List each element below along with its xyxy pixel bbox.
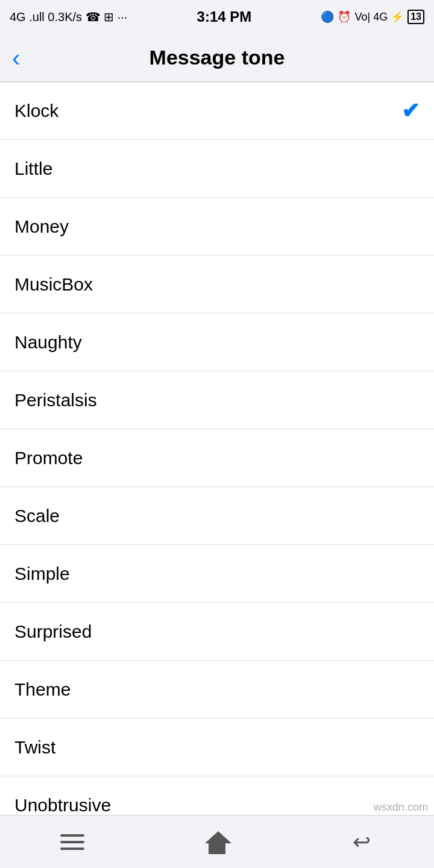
- tone-label-simple: Simple: [14, 564, 70, 584]
- tone-label-twist: Twist: [14, 737, 55, 758]
- tone-item-musicbox[interactable]: MusicBox: [0, 256, 434, 313]
- back-nav-icon: ↩: [353, 829, 371, 855]
- tone-label-klock: Klock: [14, 101, 58, 121]
- tone-item-scale[interactable]: Scale: [0, 487, 434, 545]
- signal-icons: Vo| 4G ⚡: [354, 10, 404, 24]
- status-right: 🔵 ⏰ Vo| 4G ⚡ 13: [321, 10, 424, 24]
- header: ‹ Message tone: [0, 34, 434, 82]
- page-title: Message tone: [149, 46, 285, 69]
- back-nav-button[interactable]: ↩: [344, 824, 380, 860]
- network-info: 4G .ull 0.3K/s ☎ ⊞ ···: [10, 10, 127, 24]
- tone-label-surprised: Surprised: [14, 621, 92, 642]
- tone-item-twist[interactable]: Twist: [0, 719, 434, 776]
- tone-item-klock[interactable]: Klock✔: [0, 82, 434, 140]
- status-time: 3:14 PM: [197, 8, 252, 25]
- tone-item-simple[interactable]: Simple: [0, 545, 434, 603]
- tone-label-theme: Theme: [14, 679, 71, 700]
- watermark: wsxdn.com: [374, 801, 428, 814]
- status-bar: 4G .ull 0.3K/s ☎ ⊞ ··· 3:14 PM 🔵 ⏰ Vo| 4…: [0, 0, 434, 34]
- tone-item-surprised[interactable]: Surprised: [0, 603, 434, 661]
- home-icon: [205, 831, 229, 853]
- tone-item-money[interactable]: Money: [0, 198, 434, 256]
- menu-button[interactable]: [54, 824, 90, 860]
- checkmark-icon-klock: ✔: [401, 98, 420, 124]
- bluetooth-icon: 🔵: [321, 10, 334, 24]
- tone-label-naughty: Naughty: [14, 332, 82, 353]
- tone-label-scale: Scale: [14, 506, 60, 526]
- back-chevron-icon: ‹: [12, 46, 20, 70]
- hamburger-icon: [60, 834, 84, 850]
- back-button[interactable]: ‹: [12, 46, 20, 70]
- tone-list: Klock✔LittleMoneyMusicBoxNaughtyPeristal…: [0, 82, 434, 834]
- tone-label-unobtrusive: Unobtrusive: [14, 795, 111, 816]
- battery-indicator: 13: [407, 10, 424, 24]
- tone-label-money: Money: [14, 216, 69, 237]
- tone-label-little: Little: [14, 159, 52, 179]
- tone-label-musicbox: MusicBox: [14, 274, 93, 295]
- tone-item-naughty[interactable]: Naughty: [0, 313, 434, 371]
- home-button[interactable]: [199, 824, 235, 860]
- alarm-icon: ⏰: [338, 10, 351, 24]
- bottom-navigation: ↩: [0, 815, 434, 868]
- tone-label-peristalsis: Peristalsis: [14, 390, 97, 410]
- tone-item-theme[interactable]: Theme: [0, 661, 434, 719]
- tone-item-little[interactable]: Little: [0, 140, 434, 198]
- tone-item-promote[interactable]: Promote: [0, 429, 434, 487]
- status-left: 4G .ull 0.3K/s ☎ ⊞ ···: [10, 10, 127, 24]
- tone-label-promote: Promote: [14, 448, 83, 468]
- tone-item-peristalsis[interactable]: Peristalsis: [0, 371, 434, 429]
